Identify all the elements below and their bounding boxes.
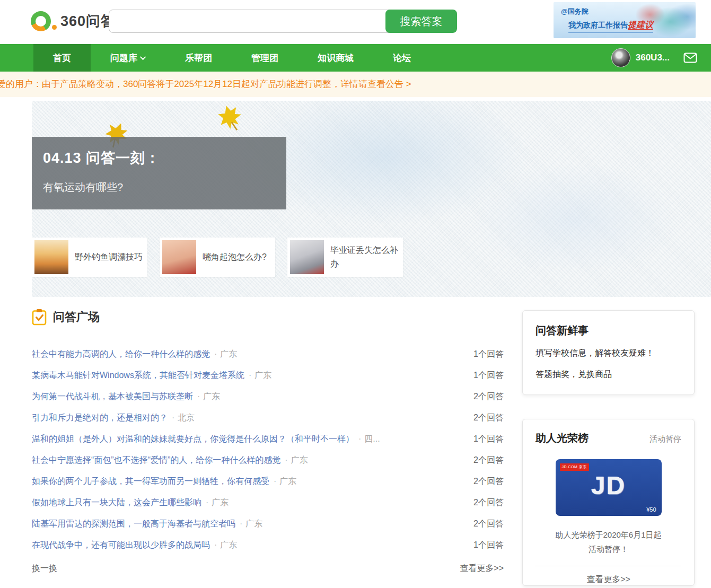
question-row: 温和的姐姐（是外人）对温和的妹妹就要好点，你觉得是什么原因？（和平时不一样）·四… xyxy=(32,428,504,450)
search-input[interactable] xyxy=(109,10,406,33)
question-location: 广东 xyxy=(291,455,308,464)
honor-status-badge: 活动暂停 xyxy=(649,434,681,444)
separator-dot: · xyxy=(172,413,174,422)
search-button[interactable]: 搜索答案 xyxy=(385,10,457,33)
maple-leaf-icon xyxy=(215,102,245,134)
daily-question-panel[interactable]: 04.13 问答一刻： 有氧运动有哪些? xyxy=(32,137,286,209)
question-left: 假如地球上只有一块大陆，这会产生哪些影响·广东 xyxy=(32,497,229,508)
announcement-bar[interactable]: 爱的用户：由于产品策略变动，360问答将于2025年12月12日起对产品功能进行… xyxy=(0,72,711,97)
honor-note-line2: 活动暂停！ xyxy=(536,542,681,556)
question-left: 某病毒木马能针对Windows系统，其能否针对麦金塔系统·广东 xyxy=(32,370,271,381)
separator-dot: · xyxy=(206,498,208,507)
answer-count: 2个回答 xyxy=(473,391,504,402)
featured-cards: 野外钓鱼调漂技巧嘴角起泡怎么办?毕业证丢失怎么补办 xyxy=(32,238,415,277)
site-logo[interactable]: 360问答 xyxy=(31,11,116,31)
question-link[interactable]: 假如地球上只有一块大陆，这会产生哪些影响 xyxy=(32,498,201,507)
question-row: 如果你的两个儿子参战，其一得军功而另一则牺牲，你有何感受·广东2个回答 xyxy=(32,471,504,492)
featured-card[interactable]: 嘴角起泡怎么办? xyxy=(160,238,275,277)
nav-item-label: 问题库 xyxy=(110,52,137,64)
clipboard-check-icon xyxy=(32,309,47,326)
question-link[interactable]: 为何第一代战斗机，基本被美国与苏联垄断 xyxy=(32,392,193,401)
question-location: 四... xyxy=(364,434,380,443)
question-location: 广东 xyxy=(212,498,229,507)
mail-icon[interactable] xyxy=(683,52,697,63)
honor-panel-title: 助人光荣榜 xyxy=(536,431,589,445)
honor-note: 助人光荣榜于2020年6月1日起 活动暂停！ xyxy=(536,528,681,556)
question-left: 陆基军用雷达的探测范围，一般高于海基者与航空者吗·广东 xyxy=(32,519,262,530)
honor-note-line1: 助人光荣榜于2020年6月1日起 xyxy=(536,528,681,542)
logo-dot-icon xyxy=(52,25,57,30)
nav-items: 首页问题库乐帮团管理团知识商城论坛 xyxy=(33,44,431,72)
question-link[interactable]: 社会中宁愿选择“面包”也不选择“爱情”的人，给你一种什么样的感觉 xyxy=(32,455,280,464)
jd-brand-badge: JD.COM 京东 xyxy=(560,463,589,471)
answer-count: 2个回答 xyxy=(473,476,504,487)
news-panel: 问答新鲜事 填写学校信息，解答校友疑难！答题抽奖，兑换商品 xyxy=(522,310,695,395)
nav-item-question-bank[interactable]: 问题库 xyxy=(91,44,165,72)
ad-line2: 我为政府工作报告提建议 xyxy=(568,20,653,33)
ad-line1: @国务院 xyxy=(561,7,696,16)
nav-item-knowledge-mall[interactable]: 知识商城 xyxy=(298,44,373,72)
question-link[interactable]: 社会中有能力高调的人，给你一种什么样的感觉 xyxy=(32,349,210,358)
ad-line2-emphasis: 提建议 xyxy=(628,20,653,30)
honor-see-more-link[interactable]: 查看更多>> xyxy=(536,566,681,585)
announcement-text: 爱的用户：由于产品策略变动，360问答将于2025年12月12日起对产品功能进行… xyxy=(0,72,711,97)
plaza-title: 问答广场 xyxy=(53,309,100,325)
question-link[interactable]: 某病毒木马能针对Windows系统，其能否针对麦金塔系统 xyxy=(32,371,244,380)
answer-count: 2个回答 xyxy=(473,519,504,530)
featured-card-title: 嘴角起泡怎么办? xyxy=(203,250,267,264)
question-link[interactable]: 引力和斥力是绝对的，还是相对的？ xyxy=(32,413,168,422)
separator-dot: · xyxy=(197,392,200,401)
separator-dot: · xyxy=(285,455,287,464)
answer-count: 1个回答 xyxy=(473,370,504,381)
user-avatar[interactable] xyxy=(611,48,630,67)
question-row: 在现代战争中，还有可能出现以少胜多的战局吗·广东1个回答 xyxy=(32,534,504,556)
logo-text: 360问答 xyxy=(60,12,116,31)
question-link[interactable]: 陆基军用雷达的探测范围，一般高于海基者与航空者吗 xyxy=(32,519,235,528)
question-link[interactable]: 温和的姐姐（是外人）对温和的妹妹就要好点，你觉得是什么原因？（和平时不一样） xyxy=(32,434,354,443)
question-row: 引力和斥力是绝对的，还是相对的？·北京2个回答 xyxy=(32,407,504,428)
nav-item-admin-group[interactable]: 管理团 xyxy=(232,44,298,72)
answer-count: 2个回答 xyxy=(473,455,504,466)
nav-item-label: 论坛 xyxy=(393,52,411,64)
answer-count: 2个回答 xyxy=(473,497,504,508)
question-left: 引力和斥力是绝对的，还是相对的？·北京 xyxy=(32,413,195,424)
jd-gift-card-image: JD.COM 京东 JD ¥50 xyxy=(556,459,662,516)
search-bar: 搜索答案 xyxy=(109,10,457,33)
top-header: 360问答 搜索答案 @国务院 我为政府工作报告提建议 xyxy=(0,0,711,44)
nav-item-lebang-group[interactable]: 乐帮团 xyxy=(165,44,232,72)
question-location: 广东 xyxy=(220,540,237,549)
question-left: 社会中有能力高调的人，给你一种什么样的感觉·广东 xyxy=(32,349,237,360)
separator-dot: · xyxy=(274,477,276,486)
answer-count: 1个回答 xyxy=(473,540,504,551)
question-link[interactable]: 如果你的两个儿子参战，其一得军功而另一则牺牲，你有何感受 xyxy=(32,477,269,486)
question-row: 社会中有能力高调的人，给你一种什么样的感觉·广东1个回答 xyxy=(32,344,504,365)
question-left: 如果你的两个儿子参战，其一得军功而另一则牺牲，你有何感受·广东 xyxy=(32,476,296,487)
featured-card[interactable]: 毕业证丢失怎么补办 xyxy=(287,238,403,277)
question-left: 社会中宁愿选择“面包”也不选择“爱情”的人，给你一种什么样的感觉·广东 xyxy=(32,455,308,466)
question-row: 某病毒木马能针对Windows系统，其能否针对麦金塔系统·广东1个回答 xyxy=(32,365,504,386)
nav-item-forum[interactable]: 论坛 xyxy=(373,44,431,72)
news-item[interactable]: 答题抽奖，兑换商品 xyxy=(536,369,681,380)
main-nav: 首页问题库乐帮团管理团知识商城论坛 360U3... xyxy=(0,44,711,72)
question-row: 为何第一代战斗机，基本被美国与苏联垄断·广东2个回答 xyxy=(32,386,504,407)
refresh-button[interactable]: 换一换 xyxy=(32,563,57,574)
answer-count: 2个回答 xyxy=(473,413,504,424)
news-items: 填写学校信息，解答校友疑难！答题抽奖，兑换商品 xyxy=(536,348,681,380)
featured-card[interactable]: 野外钓鱼调漂技巧 xyxy=(32,238,147,277)
logo-ring-icon xyxy=(31,11,51,31)
question-link[interactable]: 在现代战争中，还有可能出现以少胜多的战局吗 xyxy=(32,540,210,549)
question-location: 广东 xyxy=(203,392,220,401)
answer-count: 1个回答 xyxy=(473,434,504,445)
news-item[interactable]: 填写学校信息，解答校友疑难！ xyxy=(536,348,681,359)
chevron-down-icon xyxy=(140,54,146,60)
user-name[interactable]: 360U3... xyxy=(636,52,670,63)
question-location: 广东 xyxy=(254,371,271,380)
daily-question-text: 有氧运动有哪些? xyxy=(43,180,286,195)
separator-dot: · xyxy=(358,434,361,443)
separator-dot: · xyxy=(240,519,242,528)
nav-item-home[interactable]: 首页 xyxy=(33,44,91,72)
question-location: 广东 xyxy=(245,519,262,528)
nav-user-area: 360U3... xyxy=(611,44,697,72)
see-more-link[interactable]: 查看更多>> xyxy=(460,563,504,574)
ad-banner[interactable]: @国务院 我为政府工作报告提建议 xyxy=(554,2,696,38)
